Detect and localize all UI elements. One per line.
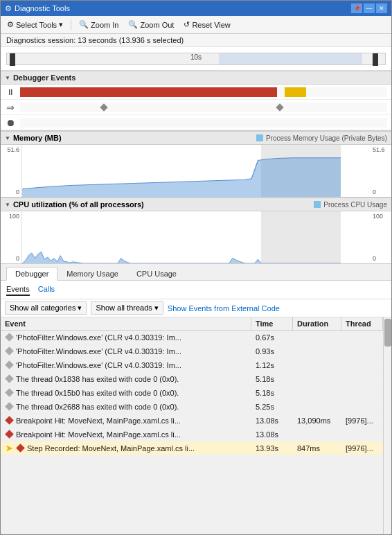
- diamond-red-icon-2: [16, 444, 24, 453]
- cpu-chart-container: 100 0 100 0: [1, 211, 391, 263]
- step-icon: ⇒: [1, 102, 20, 113]
- memory-label: Memory (MB): [13, 134, 62, 142]
- dropdown-arrow-icon: ▾: [59, 20, 63, 29]
- table-row[interactable]: Breakpoint Hit: MoveNext, MainPage.xaml.…: [1, 428, 383, 441]
- filter-bar: Show all categories ▾ Show all threads ▾…: [1, 299, 391, 317]
- tab-debugger[interactable]: Debugger: [6, 267, 57, 281]
- table-row[interactable]: Breakpoint Hit: MoveNext, MainPage.xaml.…: [1, 414, 383, 428]
- minimize-button[interactable]: —: [364, 3, 375, 13]
- tab-memory-usage[interactable]: Memory Usage: [57, 267, 127, 280]
- table-row[interactable]: The thread 0x15b0 has exited with code 0…: [1, 386, 383, 400]
- timeline-track[interactable]: 10s: [6, 53, 386, 65]
- table-header: Event Time Duration Thread: [1, 317, 383, 331]
- cpu-chart-area: [21, 211, 371, 263]
- event-text: The thread 0x2688 has exited with code 0…: [16, 403, 179, 411]
- cpu-legend-icon: [314, 201, 321, 208]
- cpu-legend: Process CPU Usage: [314, 201, 387, 209]
- scrollbar[interactable]: [383, 317, 391, 534]
- timeline-label: 10s: [190, 53, 202, 61]
- cpu-collapse-icon[interactable]: ▼: [5, 202, 10, 208]
- cpu-header: ▼ CPU utilization (% of all processors) …: [1, 198, 391, 211]
- td-thread: [341, 364, 383, 367]
- td-event: Breakpoint Hit: MoveNext, MainPage.xaml.…: [1, 415, 251, 426]
- red-bar: [20, 87, 277, 97]
- subtab-calls[interactable]: Calls: [38, 283, 55, 296]
- table-row[interactable]: The thread 0x2688 has exited with code 0…: [1, 400, 383, 414]
- diamond-2: [276, 103, 283, 111]
- cpu-header-left: ▼ CPU utilization (% of all processors): [5, 200, 144, 209]
- td-time: 5.18s: [251, 374, 293, 385]
- td-event: The thread 0x1838 has exited with code 0…: [1, 374, 251, 385]
- diamond-icon: [5, 361, 13, 369]
- diamond-icon: [5, 347, 13, 356]
- debugger-events-header: ▼ Debugger Events: [1, 71, 391, 85]
- event-text: The thread 0x1838 has exited with code 0…: [16, 375, 179, 383]
- subtab-events[interactable]: Events: [6, 283, 30, 296]
- td-duration: [293, 336, 341, 339]
- diamond-icon: [5, 403, 13, 411]
- memory-y-axis-right: 51.6 0: [371, 145, 391, 197]
- zoom-out-button[interactable]: 🔍 Zoom Out: [126, 19, 176, 30]
- debugger-timeline-2: [20, 103, 387, 112]
- record-icon: ⏺: [1, 117, 20, 128]
- table-row[interactable]: 'PhotoFilter.Windows.exe' (CLR v4.0.3031…: [1, 358, 383, 372]
- toolbar-separator-1: [71, 19, 71, 30]
- memory-y-axis: 51.6 0: [1, 145, 21, 197]
- external-code-link[interactable]: Show Events from External Code: [168, 304, 280, 313]
- td-thread: [341, 433, 383, 436]
- toolbar: ⚙ Select Tools ▾ 🔍 Zoom In 🔍 Zoom Out ↺ …: [1, 16, 391, 34]
- diamond-icon: [5, 375, 13, 383]
- memory-min-right: 0: [373, 188, 389, 195]
- td-event: The thread 0x2688 has exited with code 0…: [1, 401, 251, 412]
- categories-dropdown[interactable]: Show all categories ▾: [5, 301, 87, 315]
- close-button[interactable]: ✕: [376, 3, 387, 13]
- cpu-max-right: 100: [373, 213, 389, 220]
- debugger-row-2: ⇒: [1, 100, 391, 115]
- select-tools-button[interactable]: ⚙ Select Tools ▾: [5, 19, 65, 30]
- collapse-icon[interactable]: ▼: [5, 75, 10, 81]
- timeline-area[interactable]: 10s: [1, 47, 391, 71]
- reset-view-button[interactable]: ↺ Reset View: [181, 19, 232, 30]
- table-body: 'PhotoFilter.Windows.exe' (CLR v4.0.3031…: [1, 331, 383, 455]
- zoom-in-button[interactable]: 🔍 Zoom In: [77, 19, 121, 30]
- bottom-section: Debugger Memory Usage CPU Usage Events C…: [1, 264, 391, 534]
- subtabs: Events Calls: [1, 281, 391, 299]
- td-event: The thread 0x15b0 has exited with code 0…: [1, 387, 251, 398]
- memory-collapse-icon[interactable]: ▼: [5, 135, 10, 141]
- tab-cpu-usage[interactable]: CPU Usage: [127, 267, 186, 280]
- threads-dropdown[interactable]: Show all threads ▾: [91, 301, 163, 315]
- table-row[interactable]: ➤ Step Recorded: MoveNext, MainPage.xaml…: [1, 441, 383, 455]
- scrollbar-thumb[interactable]: [384, 319, 391, 347]
- table-row[interactable]: 'PhotoFilter.Windows.exe' (CLR v4.0.3031…: [1, 331, 383, 344]
- td-event: 'PhotoFilter.Windows.exe' (CLR v4.0.3031…: [1, 346, 251, 357]
- pause-icon: ⏸: [1, 87, 20, 97]
- td-time: 0.67s: [251, 332, 293, 343]
- th-duration: Duration: [293, 317, 341, 330]
- pin-button[interactable]: 📌: [351, 3, 362, 13]
- diamond-icon: [5, 389, 13, 397]
- window-icon: ⚙: [5, 4, 12, 13]
- session-label: Diagnostics session: 13 seconds (13.936 …: [6, 36, 184, 44]
- memory-max-label: 51.6: [3, 146, 19, 153]
- cpu-y-axis: 100 0: [1, 211, 21, 263]
- cpu-legend-label: Process CPU Usage: [323, 201, 387, 209]
- diamond-icon: [5, 333, 13, 342]
- debugger-events-label: Debugger Events: [13, 73, 75, 82]
- debugger-events-section: ▼ Debugger Events ⏸ ⇒ ⏺: [1, 71, 391, 131]
- td-time: 13.93s: [251, 443, 293, 454]
- debugger-row-3: ⏺: [1, 115, 391, 130]
- session-bar: Diagnostics session: 13 seconds (13.936 …: [1, 34, 391, 47]
- td-time: 5.18s: [251, 387, 293, 398]
- memory-min-label: 0: [3, 188, 19, 195]
- cpu-y-axis-right: 100 0: [371, 211, 391, 263]
- diamond-red-icon: [5, 416, 13, 425]
- td-time: 13.08s: [251, 415, 293, 426]
- td-duration: [293, 433, 341, 436]
- reset-view-label: Reset View: [192, 21, 230, 29]
- table-row[interactable]: 'PhotoFilter.Windows.exe' (CLR v4.0.3031…: [1, 344, 383, 358]
- table-row[interactable]: The thread 0x1838 has exited with code 0…: [1, 372, 383, 386]
- main-tabs: Debugger Memory Usage CPU Usage: [1, 264, 391, 281]
- td-thread: [341, 336, 383, 339]
- td-duration: [293, 350, 341, 353]
- event-text: Breakpoint Hit: MoveNext, MainPage.xaml.…: [16, 430, 181, 439]
